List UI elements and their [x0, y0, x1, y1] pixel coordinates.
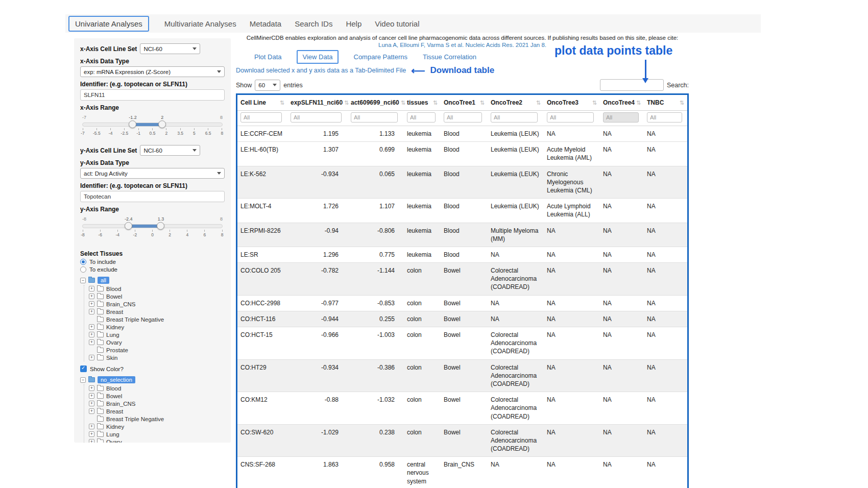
tree-item[interactable]: + Breast: [89, 308, 225, 315]
table-row[interactable]: CO:HCT-116 -0.944 0.255 colon Bowel NA N…: [237, 311, 687, 327]
expand-icon[interactable]: +: [89, 339, 94, 345]
tree-item[interactable]: + Brain_CNS: [89, 400, 225, 407]
tab-plot-data[interactable]: Plot Data: [254, 53, 281, 61]
expand-icon[interactable]: +: [89, 393, 94, 399]
sort-icon[interactable]: ⇅: [636, 100, 641, 106]
nav-tab-search-ids[interactable]: Search IDs: [295, 19, 332, 28]
col-header-act609699[interactable]: act609699_nci60⇅: [348, 95, 404, 111]
filter-input-tissues[interactable]: [407, 112, 436, 123]
table-row[interactable]: CO:COLO 205 -0.782 -1.144 colon Bowel Co…: [237, 263, 687, 296]
sort-icon[interactable]: ⇅: [480, 100, 485, 106]
expand-icon[interactable]: +: [89, 324, 94, 330]
expand-icon[interactable]: [89, 347, 94, 353]
expand-icon[interactable]: +: [89, 408, 94, 414]
tree-item[interactable]: + Blood: [89, 384, 225, 392]
collapse-icon[interactable]: −: [80, 278, 86, 283]
sort-icon[interactable]: ⇅: [536, 100, 541, 106]
sort-icon[interactable]: ⇅: [344, 100, 349, 106]
search-input[interactable]: [600, 79, 664, 91]
expand-icon[interactable]: +: [89, 309, 94, 314]
tree-item[interactable]: Breast Triple Negative: [89, 315, 225, 323]
table-row[interactable]: LE:HL-60(TB) 1.307 0.699 leukemia Blood …: [237, 142, 687, 166]
tree-item[interactable]: + Blood: [89, 285, 225, 292]
tree-item[interactable]: + Brain_CNS: [89, 300, 225, 308]
tree-item[interactable]: + Lung: [89, 331, 225, 338]
x-slider-handle-high[interactable]: [158, 120, 166, 128]
x-slider-handle-low[interactable]: [129, 120, 136, 128]
expand-icon[interactable]: +: [89, 301, 94, 307]
expand-icon[interactable]: +: [89, 424, 94, 429]
x-cell-line-set-select[interactable]: NCI-60: [140, 43, 200, 54]
x-identifier-input[interactable]: [80, 89, 225, 101]
y-cell-line-set-select[interactable]: NCI-60: [140, 145, 200, 156]
tree-item[interactable]: Breast Triple Negative: [89, 415, 225, 423]
col-header-tnbc[interactable]: TNBC⇅: [644, 95, 687, 111]
download-link[interactable]: Download selected x and y axis data as a…: [236, 67, 406, 74]
col-header-oncotree3[interactable]: OncoTree3⇅: [544, 95, 600, 111]
entries-select[interactable]: 60: [255, 80, 280, 91]
filter-input-oncotree2[interactable]: [491, 112, 538, 123]
expand-icon[interactable]: [89, 316, 94, 322]
expand-icon[interactable]: +: [89, 431, 94, 437]
table-row[interactable]: LE:MOLT-4 1.726 1.107 leukemia Blood Leu…: [237, 199, 687, 223]
y-identifier-input[interactable]: [80, 191, 225, 202]
tab-tissue-correlation[interactable]: Tissue Correlation: [423, 53, 476, 61]
table-row[interactable]: LE:RPMI-8226 -0.94 -0.806 leukemia Blood…: [237, 223, 687, 247]
expand-icon[interactable]: +: [89, 332, 94, 337]
expand-icon[interactable]: [89, 416, 94, 422]
sort-icon[interactable]: ⇅: [433, 100, 438, 106]
filter-input-oncotree3[interactable]: [547, 112, 594, 123]
sort-icon[interactable]: ⇅: [280, 100, 284, 106]
col-header-oncotree1[interactable]: OncoTree1⇅: [441, 95, 488, 111]
col-header-oncotree2[interactable]: OncoTree2⇅: [488, 95, 544, 111]
tab-compare-patterns[interactable]: Compare Patterns: [354, 53, 408, 61]
col-header-tissues[interactable]: tissues⇅: [404, 95, 441, 111]
expand-icon[interactable]: +: [89, 385, 94, 391]
filter-input-oncotree1[interactable]: [444, 112, 482, 123]
y-slider-handle-low[interactable]: [125, 222, 132, 230]
nav-tab-metadata[interactable]: Metadata: [250, 19, 282, 28]
table-row[interactable]: LE:K-562 -0.934 0.065 leukemia Blood Leu…: [237, 166, 687, 199]
tree-item[interactable]: + Lung: [89, 430, 225, 438]
expand-icon[interactable]: +: [89, 401, 94, 406]
tree-item[interactable]: Prostate: [89, 346, 225, 354]
col-header-oncotree4[interactable]: OncoTree4⇅: [600, 95, 644, 111]
table-row[interactable]: CO:HCC-2998 -0.977 -0.853 colon Bowel NA…: [237, 295, 687, 311]
expand-icon[interactable]: +: [89, 355, 94, 360]
col-header-cell-line[interactable]: Cell Line⇅: [237, 95, 287, 111]
filter-input-oncotree4[interactable]: [603, 112, 639, 123]
radio-to-include[interactable]: To include: [80, 259, 225, 265]
filter-input-cell-line[interactable]: [240, 112, 282, 123]
tree-item[interactable]: + Skin: [89, 354, 225, 361]
tree-item[interactable]: + Ovary: [89, 338, 225, 346]
show-color-checkbox[interactable]: Show Color?: [80, 365, 225, 372]
nav-tab-multivariate-analyses[interactable]: Multivariate Analyses: [164, 19, 236, 28]
nav-tab-univariate-analyses[interactable]: Univariate Analyses: [68, 16, 149, 32]
y-data-type-select[interactable]: act: Drug Activity: [80, 168, 225, 179]
filter-input-act609699[interactable]: [351, 112, 398, 123]
tab-view-data[interactable]: View Data: [297, 50, 338, 64]
filter-input-expslfn11[interactable]: [291, 112, 342, 123]
table-row[interactable]: LE:CCRF-CEM 1.195 1.133 leukemia Blood L…: [237, 126, 687, 142]
tree-item[interactable]: + Ovary: [89, 438, 225, 443]
sort-icon[interactable]: ⇅: [592, 100, 597, 106]
nav-tab-help[interactable]: Help: [346, 19, 361, 28]
table-row[interactable]: CO:SW-620 -1.029 0.238 colon Bowel Color…: [237, 424, 687, 457]
tree-item[interactable]: + Bowel: [89, 392, 225, 400]
collapse-icon[interactable]: −: [80, 377, 86, 383]
tree-item[interactable]: + Bowel: [89, 292, 225, 300]
expand-icon[interactable]: +: [89, 286, 94, 291]
expand-icon[interactable]: +: [89, 294, 94, 299]
nav-tab-video-tutorial[interactable]: Video tutorial: [375, 19, 419, 28]
tree-root-no-selection[interactable]: − no_selection: [80, 375, 225, 384]
table-row[interactable]: LE:SR 1.296 0.775 leukemia Blood NA NA N…: [237, 247, 687, 262]
table-row[interactable]: CO:KM12 -0.88 -1.032 colon Bowel Colorec…: [237, 392, 687, 425]
tree-item[interactable]: + Kidney: [89, 323, 225, 331]
table-row[interactable]: CNS:SF-268 1.863 0.958 central nervous s…: [237, 457, 687, 488]
tree-root-all[interactable]: − all: [80, 276, 225, 285]
col-header-expslfn11[interactable]: expSLFN11_nci60⇅: [287, 95, 348, 111]
x-data-type-select[interactable]: exp: mRNA Expression (Z-Score): [80, 66, 225, 77]
tree-item[interactable]: + Breast: [89, 407, 225, 415]
sort-icon[interactable]: ⇅: [680, 100, 684, 106]
expand-icon[interactable]: +: [89, 439, 94, 443]
